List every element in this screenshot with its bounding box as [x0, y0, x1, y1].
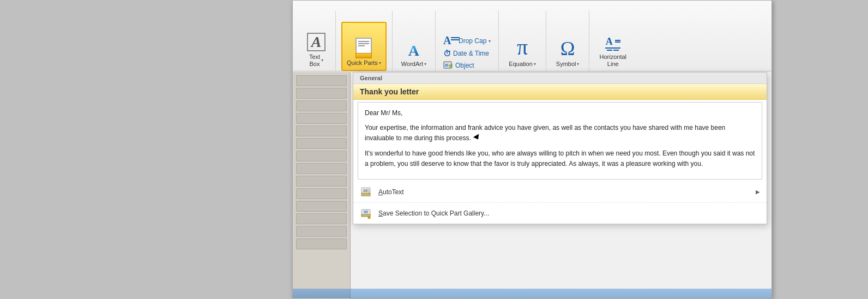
ruler-mark-14: [296, 238, 347, 249]
textbox-button[interactable]: A TextBox ▾: [303, 27, 330, 71]
save-rest: ave Selection to Quick Part Gallery...: [383, 210, 489, 217]
horizontalline-label: HorizontalLine: [599, 53, 626, 68]
ribbon-toolbar: A TextBox ▾: [293, 1, 771, 71]
wordart-arrow: ▾: [424, 62, 426, 67]
datetime-button[interactable]: ⏱ Date & Time: [441, 48, 493, 59]
svg-rect-7: [361, 214, 370, 217]
ruler-mark-8: [296, 163, 347, 174]
dropcap-label: Drop Cap: [459, 37, 486, 45]
autotext-menu-item[interactable]: AB| AutoText ▶: [353, 182, 767, 203]
dropdown-section-header: General: [353, 73, 767, 84]
dropcap-arrow: ▾: [489, 39, 491, 44]
dropdown-item-title[interactable]: Thank you letter: [353, 84, 767, 100]
quickparts-arrow: ▾: [379, 61, 381, 65]
cursor-icon: [473, 134, 481, 141]
svg-rect-8: [364, 211, 368, 213]
bottom-bar: [293, 289, 771, 298]
autotext-submenu-arrow: ▶: [756, 189, 760, 195]
equation-arrow: ▾: [534, 62, 536, 67]
ribbon-group-text-tools: A Drop Cap ▾ ⏱ Date & Time: [436, 11, 499, 71]
ribbon-group-quickparts: Quick Parts ▾: [336, 11, 393, 71]
ruler-mark-11: [296, 201, 347, 212]
autotext-rest: utoText: [383, 188, 404, 196]
ruler-mark-6: [296, 138, 347, 149]
ruler-mark-3: [296, 100, 347, 111]
horizontalline-button[interactable]: A HorizontalLine: [595, 22, 631, 71]
pi-symbol: π: [517, 35, 528, 59]
ruler-mark-2: [296, 88, 347, 99]
wordart-button[interactable]: A WordArt ▾: [398, 27, 430, 71]
symbol-button[interactable]: Ω Symbol ▾: [552, 22, 584, 71]
datetime-label: Date & Time: [453, 50, 489, 57]
textbox-label: TextBox: [309, 53, 320, 68]
save-underline: S: [378, 210, 383, 217]
object-label: Object: [455, 62, 474, 69]
wordart-icon: A: [408, 43, 419, 58]
svg-text:🌿: 🌿: [449, 64, 453, 68]
quickparts-label: Quick Parts: [347, 59, 378, 67]
dropcap-icon: A: [443, 36, 455, 46]
svg-text:AB|: AB|: [363, 189, 370, 193]
save-selection-icon: [360, 207, 373, 220]
ruler-mark-9: [296, 176, 347, 187]
wordart-label: WordArt: [401, 61, 423, 68]
ribbon-group-symbol: Ω Symbol ▾: [546, 11, 590, 71]
text-tools-items: A Drop Cap ▾ ⏱ Date & Time: [441, 35, 493, 71]
ruler-mark-10: [296, 188, 347, 199]
object-button[interactable]: 🌿 Object: [441, 60, 493, 71]
quickparts-dropdown: General Thank you letter Dear Mr/ Ms, Yo…: [353, 72, 767, 224]
ruler-mark-12: [296, 213, 347, 224]
ribbon-group-wordart: A WordArt ▾: [393, 11, 436, 71]
ribbon-group-horizontalline: A HorizontalLine: [589, 11, 636, 71]
hl-letter-a: A: [606, 37, 613, 46]
horizontalline-icon: A: [604, 34, 622, 53]
equation-button[interactable]: π Equation ▾: [504, 22, 540, 71]
equation-icon: π: [517, 36, 528, 58]
dropdown-preview: Dear Mr/ Ms, Your expertise, the informa…: [358, 102, 762, 180]
quickparts-icon: [353, 37, 375, 58]
left-ruler-area: [293, 72, 351, 299]
quickparts-button[interactable]: Quick Parts ▾: [341, 22, 387, 71]
autotext-icon: AB|: [360, 186, 373, 199]
textbox-arrow: ▾: [321, 58, 323, 63]
svg-rect-1: [445, 64, 448, 67]
save-selection-menu-item[interactable]: Save Selection to Quick Part Gallery...: [353, 203, 767, 224]
svg-rect-4: [361, 193, 370, 196]
textbox-icon: A: [307, 33, 326, 51]
ribbon-group-text: A TextBox ▾: [297, 11, 336, 71]
dropcap-lines-icon: [451, 37, 460, 40]
save-selection-label: Save Selection to Quick Part Gallery...: [378, 210, 489, 217]
datetime-icon: ⏱: [443, 49, 451, 58]
symbol-icon: Ω: [560, 37, 575, 58]
ribbon-group-equation: π Equation ▾: [499, 11, 546, 71]
dropcap-letter-icon: A: [443, 35, 451, 46]
preview-greeting: Dear Mr/ Ms,: [365, 108, 755, 118]
symbol-label: Symbol: [556, 61, 576, 68]
ruler-mark-5: [296, 125, 347, 136]
preview-p1-text: Your expertise, the information and fran…: [365, 124, 725, 142]
dropcap-button[interactable]: A Drop Cap ▾: [441, 35, 493, 47]
object-icon: 🌿: [443, 61, 453, 70]
ruler-mark-4: [296, 113, 347, 124]
omega-symbol: Ω: [560, 38, 575, 59]
preview-paragraph1: Your expertise, the information and fran…: [365, 123, 755, 143]
autotext-underline: A: [378, 188, 383, 196]
ruler-mark-7: [296, 151, 347, 162]
ruler-mark-13: [296, 226, 347, 237]
ruler-mark-1: [296, 75, 347, 86]
equation-label: Equation: [509, 61, 532, 68]
symbol-arrow: ▾: [577, 62, 579, 67]
autotext-label: AutoText: [378, 188, 404, 196]
preview-paragraph2: It's wonderful to have good friends like…: [365, 148, 755, 169]
